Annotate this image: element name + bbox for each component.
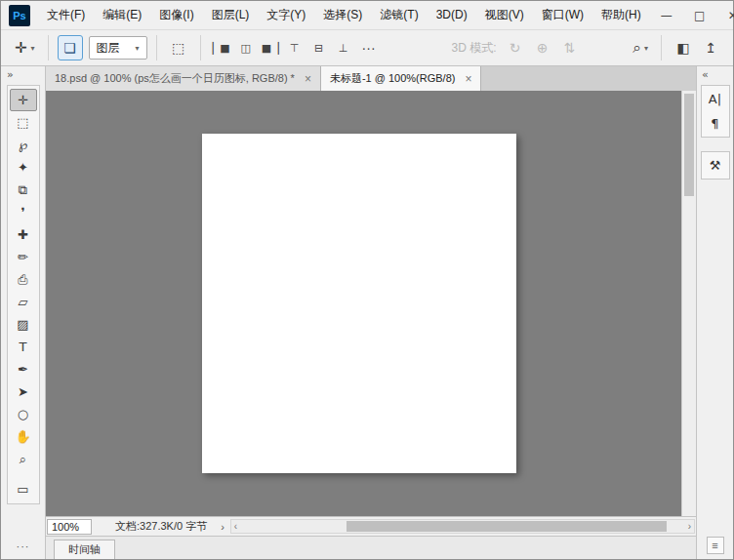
close-button[interactable]: ✕ xyxy=(716,1,734,29)
menu-bar: Ps 文件(F) 编辑(E) 图像(I) 图层(L) 文字(Y) 选择(S) 滤… xyxy=(1,1,733,30)
panel-group-tools: ⚒ xyxy=(701,151,730,180)
zoom-level-field[interactable]: 100% xyxy=(47,519,92,535)
align-right-edges-icon[interactable]: ■▕ xyxy=(259,36,281,60)
character-panel-icon[interactable]: A| xyxy=(703,87,728,111)
panel-group-text: A| ¶ xyxy=(701,85,730,138)
horizontal-scrollbar-thumb[interactable] xyxy=(347,521,666,532)
toolbar-panel: ✛ ⬚ ℘ ✦ ⧉ ❜ ✚ ✏ ⎙ ▱ ▨ T ✒ ➤ ○ ✋ ⌕ ▭ xyxy=(7,85,40,504)
eyedropper-tool[interactable]: ❜ xyxy=(10,201,37,223)
edit-toolbar-button[interactable]: ··· xyxy=(17,540,30,552)
options-bar: ✛ ▾ ❏ 图层 ▾ ⬚ ▏■ ◫ ■▕ ⊤ ⊟ ⊥ ··· 3D 模式: ↻ … xyxy=(1,30,733,66)
close-tab-icon[interactable]: × xyxy=(465,72,471,86)
panel-dock: « A| ¶ ⚒ ≡ xyxy=(696,66,733,559)
maximize-button[interactable]: □ xyxy=(683,1,716,29)
3d-orbit-icon: ↻ xyxy=(503,35,528,60)
align-left-edges-icon[interactable]: ▏■ xyxy=(210,36,232,60)
timeline-dock: 时间轴 xyxy=(46,536,696,559)
menu-file[interactable]: 文件(F) xyxy=(38,1,94,29)
tool-dock: » ✛ ⬚ ℘ ✦ ⧉ ❜ ✚ ✏ ⎙ ▱ ▨ T ✒ ➤ ○ ✋ ⌕ ▭ xyxy=(1,66,46,559)
menu-select[interactable]: 选择(S) xyxy=(314,1,371,29)
minimize-button[interactable]: — xyxy=(650,1,683,29)
canvas-viewport xyxy=(46,91,696,516)
close-tab-icon[interactable]: × xyxy=(305,72,311,86)
tool-preset-picker[interactable]: ✛ ▾ xyxy=(11,39,39,57)
crop-tool[interactable]: ⧉ xyxy=(10,179,37,201)
search-icon: ⌕ xyxy=(633,39,641,57)
canvas-document[interactable] xyxy=(202,134,516,473)
menu-3d[interactable]: 3D(D) xyxy=(428,1,476,29)
tool-presets-panel-icon[interactable]: ⚒ xyxy=(703,153,728,178)
chevron-down-icon: ▾ xyxy=(644,44,648,53)
document-area: 18.psd @ 100% (ps怎么画一个日历图标, RGB/8) * × 未… xyxy=(46,66,696,559)
menu-window[interactable]: 窗口(W) xyxy=(533,1,592,29)
document-size-info: 文档:327.3K/0 字节 xyxy=(115,519,207,534)
document-tab[interactable]: 18.psd @ 100% (ps怎么画一个日历图标, RGB/8) * × xyxy=(46,66,321,91)
photoshop-window: Ps 文件(F) 编辑(E) 图像(I) 图层(L) 文字(Y) 选择(S) 滤… xyxy=(0,0,734,560)
menu-type[interactable]: 文字(Y) xyxy=(258,1,314,29)
menu-help[interactable]: 帮助(H) xyxy=(592,1,650,29)
separator xyxy=(661,35,662,60)
align-vertical-centers-icon[interactable]: ⊟ xyxy=(307,36,330,60)
document-tab-title: 未标题-1 @ 100%(RGB/8) xyxy=(330,71,456,86)
separator xyxy=(200,35,201,60)
menu-image[interactable]: 图像(I) xyxy=(150,1,202,29)
scroll-right-arrow-icon[interactable]: › xyxy=(688,521,691,532)
paragraph-panel-icon[interactable]: ¶ xyxy=(703,111,728,136)
status-detail-chevron-icon[interactable]: › xyxy=(221,521,224,533)
document-tab-title: 18.psd @ 100% (ps怎么画一个日历图标, RGB/8) * xyxy=(55,71,295,86)
document-tab-active[interactable]: 未标题-1 @ 100%(RGB/8) × xyxy=(321,66,482,91)
more-align-options-button[interactable]: ··· xyxy=(356,35,382,60)
expand-panels-icon[interactable]: « xyxy=(697,66,709,85)
show-transform-controls-toggle[interactable]: ⬚ xyxy=(166,35,191,60)
3d-roll-icon: ⊕ xyxy=(530,35,555,60)
photoshop-logo-icon: Ps xyxy=(9,5,30,26)
workspace-switcher-icon[interactable]: ◧ xyxy=(671,35,696,60)
spot-healing-brush-tool[interactable]: ✚ xyxy=(10,223,37,246)
type-tool[interactable]: T xyxy=(10,336,37,358)
chevron-down-icon: ▾ xyxy=(136,44,140,53)
menu-layer[interactable]: 图层(L) xyxy=(203,1,259,29)
align-bottom-edges-icon[interactable]: ⊥ xyxy=(332,36,354,60)
path-selection-tool[interactable]: ➤ xyxy=(10,380,37,403)
zoom-tool[interactable]: ⌕ xyxy=(10,448,37,470)
menu-view[interactable]: 视图(V) xyxy=(476,1,533,29)
move-tool[interactable]: ✛ xyxy=(10,89,37,111)
main-area: » ✛ ⬚ ℘ ✦ ⧉ ❜ ✚ ✏ ⎙ ▱ ▨ T ✒ ➤ ○ ✋ ⌕ ▭ xyxy=(1,66,733,559)
gradient-tool[interactable]: ▨ xyxy=(10,313,37,336)
scroll-left-arrow-icon[interactable]: ‹ xyxy=(234,521,237,532)
menu-edit[interactable]: 编辑(E) xyxy=(94,1,150,29)
share-image-icon[interactable]: ↥ xyxy=(698,35,723,60)
chevron-down-icon: ▾ xyxy=(31,44,35,53)
vertical-scrollbar[interactable] xyxy=(681,91,696,516)
quick-selection-tool[interactable]: ✦ xyxy=(10,156,37,179)
3d-mode-label: 3D 模式: xyxy=(452,40,497,57)
move-tool-icon: ✛ xyxy=(15,39,27,57)
rectangular-marquee-tool[interactable]: ⬚ xyxy=(10,111,37,134)
clone-stamp-tool[interactable]: ⎙ xyxy=(10,268,37,291)
brush-tool[interactable]: ✏ xyxy=(10,246,37,268)
separator xyxy=(48,35,49,60)
separator xyxy=(156,35,157,60)
align-top-edges-icon[interactable]: ⊤ xyxy=(283,36,306,60)
ellipse-tool[interactable]: ○ xyxy=(10,403,37,425)
timeline-panel-tab[interactable]: 时间轴 xyxy=(54,540,115,559)
auto-select-target-dropdown[interactable]: 图层 ▾ xyxy=(89,36,147,60)
screen-mode-button[interactable]: ▭ xyxy=(10,478,37,500)
status-bar: 100% 文档:327.3K/0 字节 › ‹ › xyxy=(46,516,696,536)
auto-select-target-value: 图层 xyxy=(97,40,120,57)
document-tab-bar: 18.psd @ 100% (ps怎么画一个日历图标, RGB/8) * × 未… xyxy=(46,66,696,91)
pen-tool[interactable]: ✒ xyxy=(10,358,37,380)
panel-menu-icon[interactable]: ≡ xyxy=(707,537,724,554)
menu-filter[interactable]: 滤镜(T) xyxy=(371,1,427,29)
search-control[interactable]: ⌕ ▾ xyxy=(630,39,652,57)
hand-tool[interactable]: ✋ xyxy=(10,425,37,448)
eraser-tool[interactable]: ▱ xyxy=(10,291,37,313)
vertical-scrollbar-thumb[interactable] xyxy=(684,94,694,196)
auto-select-toggle[interactable]: ❏ xyxy=(58,35,83,60)
window-controls: — □ ✕ xyxy=(650,1,734,29)
expand-toolbar-icon[interactable]: » xyxy=(1,66,14,83)
3d-pan-icon: ⇅ xyxy=(557,35,583,60)
horizontal-scrollbar[interactable]: ‹ › xyxy=(230,519,695,534)
lasso-tool[interactable]: ℘ xyxy=(10,134,37,156)
align-horizontal-centers-icon[interactable]: ◫ xyxy=(234,36,257,60)
